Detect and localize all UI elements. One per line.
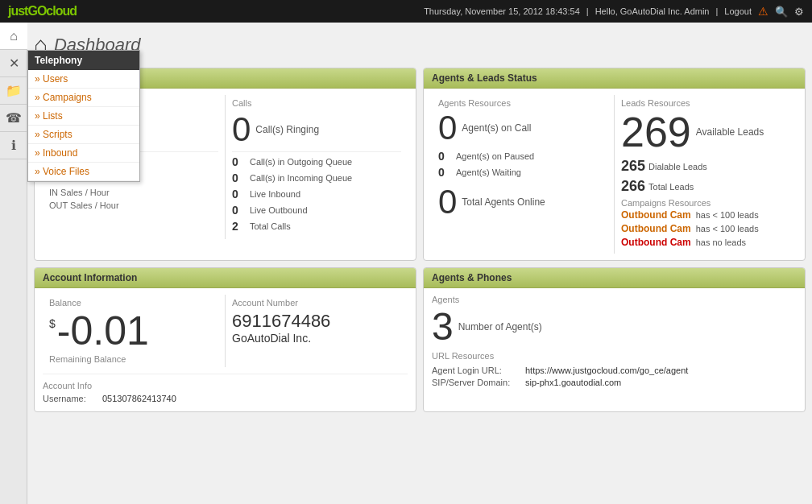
agents-on-call-lbl: Agent(s) on Call <box>462 122 531 134</box>
balance-amount: -0.01 <box>57 311 149 351</box>
account-number-label: Account Number <box>232 298 401 308</box>
calls-outgoing-stat: 0 Call(s) in Outgoing Queue <box>232 155 401 168</box>
live-inbound-stat: 0 Live Inbound <box>232 188 401 200</box>
total-agents-lbl: Total Agents Online <box>462 196 545 208</box>
calls-incoming-stat: 0 Call(s) in Incoming Queue <box>232 171 401 184</box>
calls-ringing-num: 0 <box>232 113 251 147</box>
calls-incoming-lbl: Call(s) in Incoming Queue <box>250 173 352 183</box>
total-agents-num: 0 <box>438 185 457 219</box>
agents-label: Agents <box>432 295 797 304</box>
agents-phones-body: Agents 3 Number of Agent(s) URL Resource… <box>424 288 805 396</box>
logo-cloud: cloud <box>46 4 77 18</box>
agents-on-call-stat: 0 Agent(s) on Call <box>438 111 607 145</box>
agent-login-val: https://www.justgocloud.com/go_ce/agent <box>525 366 688 375</box>
datetime-text: Thursday, November 15, 2012 18:43:54 <box>424 6 580 16</box>
menu-item-voice-files[interactable]: » Voice Files <box>28 163 139 181</box>
sip-server-val: sip-phx1.goautodial.com <box>525 378 621 387</box>
logo: justGOcloud <box>8 4 77 19</box>
remaining-balance-label: Remaining Balance <box>49 354 218 364</box>
sidebar-close-icon[interactable]: ✕ <box>0 50 27 77</box>
campaigns-link[interactable]: » Campaigns <box>35 92 92 103</box>
in-sales-hour: IN Sales / Hour <box>49 188 218 197</box>
available-leads-num: 269 <box>621 111 691 153</box>
calls-ringing-lbl: Call(s) Ringing <box>255 124 319 135</box>
telephony-dropdown-menu: Telephony » Users » Campaigns » Lists » … <box>27 50 140 182</box>
sidebar-info-icon[interactable]: ℹ <box>0 132 27 159</box>
account-info-body: Balance $ -0.01 Remaining Balance Accoun… <box>35 288 416 411</box>
agents-leads-header: Agents & Leads Status <box>424 68 805 89</box>
campaign3-name: Outbound Cam <box>621 237 691 248</box>
live-inbound-num: 0 <box>232 188 246 200</box>
leads-resources-col: Leads Resources 269 Available Leads 265 … <box>614 95 797 254</box>
agent-login-url-row: Agent Login URL: https://www.justgocloud… <box>432 366 797 375</box>
available-leads-lbl: Available Leads <box>696 126 764 138</box>
logo-just: just <box>8 4 27 18</box>
logo-go: GO <box>27 4 46 18</box>
menu-item-inbound[interactable]: » Inbound <box>28 144 139 163</box>
inbound-link[interactable]: » Inbound <box>35 147 77 159</box>
al-columns: Agents Resources 0 Agent(s) on Call 0 Ag… <box>432 95 797 254</box>
agents-phones-header: Agents & Phones <box>424 268 805 288</box>
warning-icon: ⚠ <box>758 5 768 18</box>
username-row: Username: 051307862413740 <box>43 394 408 403</box>
agents-resources-label: Agents Resources <box>438 98 607 108</box>
balance-label: Balance <box>49 298 218 308</box>
num-agents-num: 3 <box>432 308 454 346</box>
account-number-col: Account Number 6911674486 GoAutoDial Inc… <box>225 295 408 367</box>
page-header: ⌂ Dashboard <box>34 29 806 61</box>
layout: ⌂ ✕ 📁 ☎ ℹ Telephony » Users » Campaigns … <box>0 23 812 504</box>
calls-outgoing-num: 0 <box>232 155 246 168</box>
calls-col-label: Calls <box>232 98 401 109</box>
live-outbound-num: 0 <box>232 204 246 217</box>
campaign2-item: Outbound Cam has < 100 leads <box>621 223 790 234</box>
account-info-panel: Account Information Balance $ -0.01 Rema… <box>34 267 416 412</box>
gear-icon[interactable]: ⚙ <box>794 6 804 18</box>
live-outbound-stat: 0 Live Outbound <box>232 204 401 217</box>
lists-link[interactable]: » Lists <box>35 110 63 122</box>
balance-dollar: $ <box>49 317 56 330</box>
agents-paused-num: 0 <box>438 150 453 163</box>
sidebar-home-icon[interactable]: ⌂ <box>0 23 27 50</box>
dialable-leads-stat: 265 Dialable Leads <box>621 158 790 175</box>
sip-server-url-row: SIP/Server Domain: sip-phx1.goautodial.c… <box>432 378 797 387</box>
calls-outgoing-lbl: Call(s) in Outgoing Queue <box>250 157 352 167</box>
menu-item-lists[interactable]: » Lists <box>28 107 139 126</box>
agents-leads-panel: Agents & Leads Status Agents Resources 0… <box>423 68 806 261</box>
agent-login-key: Agent Login URL: <box>432 366 520 375</box>
second-panel-row: Account Information Balance $ -0.01 Rema… <box>34 267 806 412</box>
separator2: | <box>715 6 718 16</box>
out-sales-hour: OUT Sales / Hour <box>49 200 218 210</box>
campaign2-status: has < 100 leads <box>696 224 759 233</box>
search-icon[interactable]: 🔍 <box>775 6 788 18</box>
campaign1-status: has < 100 leads <box>696 210 759 220</box>
num-agents-stat: 3 Number of Agent(s) <box>432 308 797 346</box>
sidebar-folder-icon[interactable]: 📁 <box>0 77 27 105</box>
agents-on-call-num: 0 <box>438 111 457 145</box>
menu-item-scripts[interactable]: » Scripts <box>28 126 139 144</box>
total-leads-num: 266 <box>621 178 645 195</box>
sip-server-key: SIP/Server Domain: <box>432 378 520 387</box>
total-leads-stat: 266 Total Leads <box>621 178 790 195</box>
sidebar-phone-icon[interactable]: ☎ <box>0 105 27 132</box>
logout-link[interactable]: Logout <box>724 6 752 16</box>
agents-waiting-num: 0 <box>438 166 453 179</box>
dialable-leads-lbl: Dialable Leads <box>648 162 707 171</box>
main-content: ⌂ Dashboard Today's Status Sales 0 Total… <box>27 23 812 504</box>
username-val: 051307862413740 <box>102 394 176 403</box>
total-agents-online-stat: 0 Total Agents Online <box>438 185 607 219</box>
voice-files-link[interactable]: » Voice Files <box>35 166 89 177</box>
agents-waiting-lbl: Agent(s) Waiting <box>456 167 521 177</box>
users-link[interactable]: » Users <box>35 73 68 85</box>
menu-item-campaigns[interactable]: » Campaigns <box>28 89 139 107</box>
scripts-link[interactable]: » Scripts <box>35 129 72 140</box>
ai-columns: Balance $ -0.01 Remaining Balance Accoun… <box>43 295 408 367</box>
ts-calls-col: Calls 0 Call(s) Ringing 0 Call(s) in Out… <box>225 95 408 239</box>
agents-phones-panel: Agents & Phones Agents 3 Number of Agent… <box>423 267 806 412</box>
sidebar: ⌂ ✕ 📁 ☎ ℹ Telephony » Users » Campaigns … <box>0 23 27 504</box>
agents-resources-col: Agents Resources 0 Agent(s) on Call 0 Ag… <box>432 95 614 254</box>
menu-item-users[interactable]: » Users <box>28 70 139 89</box>
balance-display: $ -0.01 <box>49 311 218 351</box>
available-leads-stat: 269 Available Leads <box>621 111 790 153</box>
balance-col: Balance $ -0.01 Remaining Balance <box>43 295 225 367</box>
agents-paused-stat: 0 Agent(s) on Paused <box>438 150 607 163</box>
